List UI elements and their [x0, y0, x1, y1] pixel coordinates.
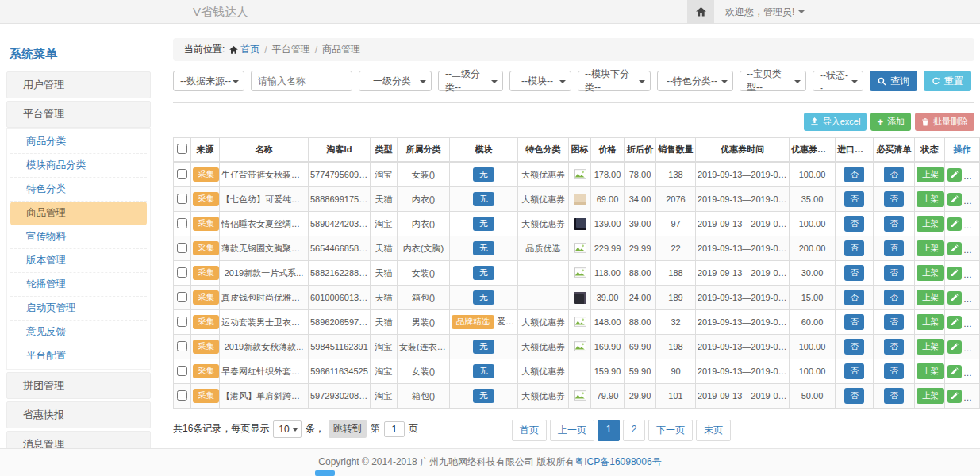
sidebar-group[interactable]: 省惠快报: [6, 401, 151, 428]
sidebar-subitem[interactable]: 启动页管理: [10, 297, 147, 321]
sidebar-subitem[interactable]: 版本管理: [10, 249, 147, 273]
page-button[interactable]: 下一页: [648, 420, 693, 441]
page-number-input[interactable]: [384, 421, 405, 437]
status-button[interactable]: 上架: [917, 388, 944, 404]
batch-delete-button[interactable]: 批量删除: [915, 113, 974, 131]
edit-button[interactable]: [947, 242, 962, 255]
edit-button[interactable]: [947, 316, 962, 329]
reset-button[interactable]: 重置: [924, 71, 971, 91]
edit-button[interactable]: [947, 291, 962, 305]
must-buy-toggle-button[interactable]: 否: [884, 167, 904, 182]
sidebar-subitem[interactable]: 商品分类: [10, 130, 147, 154]
import-excel-button[interactable]: 导入excel: [804, 113, 867, 131]
must-buy-toggle-button[interactable]: 否: [884, 240, 904, 256]
filter-select[interactable]: 一级分类: [359, 71, 432, 91]
page-button[interactable]: 1: [598, 420, 620, 441]
status-button[interactable]: 上架: [917, 167, 944, 182]
sidebar-subitem[interactable]: 宣传物料: [10, 225, 147, 249]
user-menu[interactable]: 欢迎您，管理员!: [725, 6, 805, 19]
edit-button[interactable]: [947, 365, 962, 378]
must-buy-toggle-button[interactable]: 否: [884, 290, 904, 305]
home-button[interactable]: [687, 0, 714, 24]
status-button[interactable]: 上架: [917, 339, 944, 355]
filter-select[interactable]: --宝贝类型--: [740, 71, 806, 91]
imported-toggle-button[interactable]: 否: [844, 191, 864, 207]
row-checkbox[interactable]: [177, 267, 187, 278]
page-button[interactable]: 上一页: [550, 420, 594, 441]
imported-toggle-button[interactable]: 否: [844, 388, 864, 404]
edit-button[interactable]: [947, 217, 962, 231]
sidebar-subitem[interactable]: 平台配置: [10, 344, 147, 367]
imported-toggle-button[interactable]: 否: [844, 240, 864, 256]
search-button[interactable]: 查询: [870, 71, 917, 91]
row-checkbox[interactable]: [177, 243, 187, 253]
status-button[interactable]: 上架: [917, 290, 944, 305]
sidebar-subitem[interactable]: 特色分类: [10, 178, 147, 202]
sidebar-subitem[interactable]: 轮播管理: [10, 273, 147, 297]
edit-button[interactable]: [947, 340, 962, 354]
imported-toggle-button[interactable]: 否: [844, 363, 864, 379]
filter-select[interactable]: --特色分类--: [657, 71, 733, 91]
add-button[interactable]: + 添加: [870, 113, 911, 131]
must-buy-toggle-button[interactable]: 否: [884, 191, 904, 207]
edit-button[interactable]: [947, 267, 962, 280]
status-button[interactable]: 上架: [917, 216, 944, 232]
source-badge: 采集: [193, 266, 219, 280]
sidebar-subitem[interactable]: 意见反馈: [10, 321, 147, 344]
row-checkbox[interactable]: [177, 390, 187, 401]
sidebar-subitem[interactable]: 商品管理: [10, 202, 147, 225]
select-all-checkbox[interactable]: [177, 144, 187, 154]
row-checkbox[interactable]: [177, 194, 187, 204]
must-buy-toggle-button[interactable]: 否: [884, 265, 904, 281]
sidebar-group[interactable]: 平台管理: [6, 101, 151, 128]
filter-select[interactable]: --状态--: [813, 71, 863, 91]
goods-table: 来源名称淘客Id类型所属分类模块特色分类图标价格折后价销售数量优惠券时间优惠券金…: [173, 137, 980, 409]
must-buy-toggle-button[interactable]: 否: [884, 216, 904, 232]
imported-toggle-button[interactable]: 否: [844, 290, 864, 305]
imported-toggle-button[interactable]: 否: [844, 339, 864, 355]
name-search-input[interactable]: [251, 71, 352, 91]
row-checkbox[interactable]: [177, 317, 187, 327]
filter-select[interactable]: --数据来源--: [173, 71, 244, 91]
status-button[interactable]: 上架: [917, 363, 944, 379]
edit-button[interactable]: [947, 390, 962, 403]
imported-toggle-button[interactable]: 否: [844, 216, 864, 232]
icp-link[interactable]: 粤ICP备16098006号: [575, 456, 661, 467]
row-checkbox[interactable]: [177, 169, 187, 179]
cell-name: 早春网红针织外套女春...: [220, 359, 309, 384]
row-checkbox[interactable]: [177, 218, 187, 228]
status-button[interactable]: 上架: [917, 265, 944, 281]
row-checkbox[interactable]: [177, 341, 187, 351]
status-button[interactable]: 上架: [917, 191, 944, 207]
sidebar-group[interactable]: 拼团管理: [6, 372, 151, 399]
imported-toggle-button[interactable]: 否: [844, 167, 864, 182]
sidebar-group[interactable]: 消息管理: [6, 431, 151, 448]
row-checkbox[interactable]: [177, 292, 187, 302]
cell-price: 39.00: [591, 286, 625, 310]
imported-toggle-button[interactable]: 否: [844, 314, 864, 330]
filter-select[interactable]: --模块下分类--: [578, 71, 651, 91]
status-button[interactable]: 上架: [917, 314, 944, 330]
jump-to-button[interactable]: 跳转到: [329, 420, 367, 438]
per-page-select[interactable]: 10: [273, 420, 301, 438]
sidebar-subitem[interactable]: 模块商品分类: [10, 154, 147, 178]
page-button[interactable]: 末页: [696, 420, 731, 441]
status-button[interactable]: 上架: [917, 240, 944, 256]
must-buy-toggle-button[interactable]: 否: [884, 339, 904, 355]
cell-taoke_id: 565446685867: [309, 236, 371, 261]
breadcrumb-item[interactable]: 平台管理: [272, 43, 310, 56]
must-buy-toggle-button[interactable]: 否: [884, 314, 904, 330]
edit-button[interactable]: [947, 193, 962, 206]
sidebar-group[interactable]: 用户管理: [6, 71, 151, 98]
edit-button[interactable]: [947, 168, 962, 182]
page-button[interactable]: 首页: [512, 420, 547, 441]
breadcrumb-home-link[interactable]: 首页: [229, 43, 259, 56]
must-buy-toggle-button[interactable]: 否: [884, 388, 904, 404]
filter-select[interactable]: --模块--: [509, 71, 571, 91]
row-checkbox[interactable]: [177, 366, 187, 376]
cell-type: 淘宝: [371, 359, 398, 384]
imported-toggle-button[interactable]: 否: [844, 265, 864, 281]
page-button[interactable]: 2: [623, 420, 645, 441]
filter-select[interactable]: --二级分类--: [438, 71, 503, 91]
must-buy-toggle-button[interactable]: 否: [884, 363, 904, 379]
